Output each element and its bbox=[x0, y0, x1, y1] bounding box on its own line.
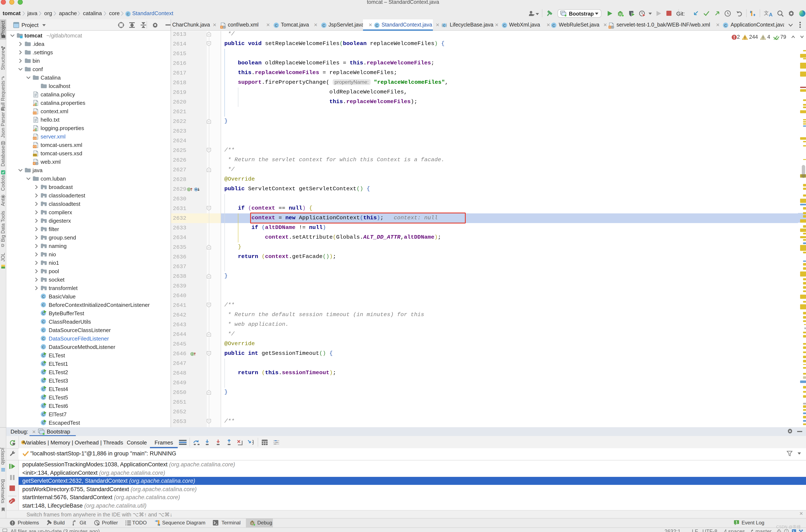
svg-text:<>: <> bbox=[33, 145, 36, 148]
svg-text:文: 文 bbox=[764, 10, 769, 16]
svg-text:<: < bbox=[221, 26, 222, 28]
svg-text:C: C bbox=[42, 328, 45, 332]
svg-text:1: 1 bbox=[736, 520, 737, 524]
svg-text:?: ? bbox=[786, 529, 787, 532]
svg-text:C: C bbox=[275, 23, 278, 27]
svg-text:C: C bbox=[42, 337, 45, 341]
svg-text:D: D bbox=[1, 243, 4, 247]
svg-text:XS: XS bbox=[33, 153, 37, 156]
svg-text:<>: <> bbox=[33, 137, 36, 139]
svg-text:C: C bbox=[724, 23, 727, 27]
svg-text:C: C bbox=[443, 23, 446, 27]
svg-text:C: C bbox=[42, 303, 45, 307]
svg-text:I: I bbox=[192, 352, 193, 356]
svg-text:A: A bbox=[769, 12, 772, 17]
svg-text:C: C bbox=[42, 345, 45, 349]
svg-text:C: C bbox=[42, 320, 45, 324]
svg-text:<: < bbox=[34, 162, 35, 165]
svg-text:C: C bbox=[127, 12, 129, 16]
svg-text:C: C bbox=[503, 23, 506, 27]
svg-text:C: C bbox=[322, 23, 325, 27]
svg-text:C: C bbox=[552, 23, 555, 27]
svg-text:C: C bbox=[376, 23, 378, 27]
svg-text:C: C bbox=[42, 294, 45, 299]
svg-text:I: I bbox=[188, 188, 189, 191]
svg-text:<>: <> bbox=[33, 111, 36, 114]
svg-text:<: < bbox=[609, 26, 611, 28]
